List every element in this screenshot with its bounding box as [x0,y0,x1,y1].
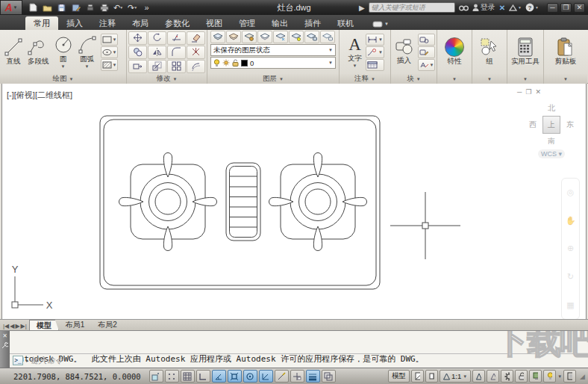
object-snap-tracking-toggle[interactable] [259,370,273,383]
insert-block-button[interactable]: 插入 [392,37,416,67]
dynamic-input-toggle[interactable] [290,370,304,383]
open-file-button[interactable] [41,1,54,13]
dimension-button[interactable]: ▼ [366,34,384,46]
create-block-button[interactable] [418,34,436,46]
tab-plugins[interactable]: 插件 [296,16,329,30]
signin-button[interactable]: 登录 [472,2,495,13]
stretch-button[interactable] [128,60,147,73]
panel-label-modify[interactable]: 修改▼ [127,74,207,84]
maximize-button[interactable]: ❐ [560,3,572,13]
save-button[interactable] [55,1,68,13]
block-attributes-button[interactable]: ▼ [418,59,436,71]
transparency-toggle[interactable] [322,370,336,383]
hatch-button[interactable]: ▼ [101,59,119,71]
layer-lock-button[interactable] [304,31,319,43]
offset-button[interactable] [187,60,205,73]
ortho-mode-toggle[interactable] [196,370,210,383]
panel-label-properties[interactable]: ▼ [437,74,472,84]
model-space-button[interactable]: 模型 [388,370,410,383]
layer-prev-button[interactable] [242,31,257,43]
layer-dropdown[interactable]: 0▼ [210,57,336,69]
copy-button[interactable] [128,46,147,59]
table-button[interactable] [366,59,384,71]
dynamic-ucs-toggle[interactable] [275,370,289,383]
tab-output[interactable]: 输出 [263,16,296,30]
panel-label-clipboard[interactable]: ▼ [544,74,587,84]
array-button[interactable] [167,60,186,73]
scale-button[interactable] [148,60,166,73]
circle-button[interactable]: 圆▼ [51,34,75,70]
layer-properties-button[interactable] [210,31,225,43]
leader-button[interactable]: ▼ [366,46,384,58]
command-input[interactable] [31,356,585,365]
exchange-apps-icon[interactable]: ✕ [499,4,505,12]
properties-button[interactable]: 特性 [442,36,466,68]
prev-tab-button[interactable]: ◀ [10,323,14,329]
next-tab-button[interactable]: ▶ [15,323,19,329]
panel-label-group[interactable]: ▼ [472,74,507,84]
command-recent-dropdown[interactable]: ▼ [25,358,28,363]
panel-label-draw[interactable]: 绘图▼ [0,74,126,84]
new-file-button[interactable] [27,1,40,13]
line-button[interactable]: 直线 [1,36,25,68]
panel-label-block[interactable]: 块▼ [391,74,437,84]
tab-parametric[interactable]: 参数化 [157,16,198,30]
grid-display-toggle[interactable] [181,370,195,383]
rectangle-button[interactable]: ▼ [101,34,119,46]
search-binoculars-icon[interactable] [459,4,469,11]
quick-view-drawings-button[interactable] [425,370,438,383]
app-menu-button[interactable]: A▼ [0,0,22,15]
autodesk360-icon[interactable]: ▼ [509,4,522,11]
move-button[interactable] [128,31,147,45]
help-search-input[interactable] [369,2,455,13]
tab-annotate[interactable]: 注释 [91,16,124,30]
tab-layout2[interactable]: 布局2 [91,320,124,330]
auto-annotation-scale-button[interactable] [487,370,499,383]
close-button[interactable]: ✕ [574,3,585,13]
layer-isolate-button[interactable] [257,31,272,43]
explode-button[interactable] [187,46,205,59]
text-button[interactable]: A 文字▼ [345,34,364,69]
lineweight-toggle[interactable] [306,370,320,383]
arc-button[interactable]: 圆弧▼ [75,34,99,70]
tab-home[interactable]: 常用 [25,16,58,30]
minimize-button[interactable]: ─ [547,3,558,13]
workspace-switching-button[interactable] [501,370,513,383]
layer-state-dropdown[interactable]: 未保存的图层状态▼ [210,44,336,56]
panel-label-utilities[interactable]: ▼ [507,74,543,84]
layer-match-button[interactable] [226,31,241,43]
toolbar-lock-button[interactable] [515,370,528,383]
layer-freeze-button[interactable] [273,31,288,43]
ribbon-minimize-button[interactable]: ▼ [372,18,389,30]
first-tab-button[interactable]: |◀ [3,323,9,329]
snap-mode-toggle[interactable] [165,370,179,383]
tab-model[interactable]: 模型 [29,320,59,330]
rotate-button[interactable] [148,31,166,45]
erase-button[interactable] [187,31,205,45]
fillet-button[interactable] [167,46,186,59]
print-button[interactable] [98,1,110,13]
infocenter-arrow-icon[interactable]: ▶ [359,4,365,12]
panel-label-annotation[interactable]: 注释▼ [340,74,390,84]
isolate-objects-button[interactable] [543,370,556,383]
qat-more-button[interactable]: » [140,1,153,13]
polyline-button[interactable]: 多段线 [25,36,51,68]
layer-off-button[interactable] [289,31,304,43]
command-chevron-icon[interactable]: >_ [13,356,23,365]
save-as-button[interactable] [69,1,82,13]
drawing-canvas[interactable]: [-][俯视][二维线框] ─ ❐ ✕ 北 西 上 东 南 WCS ▾ ◎ ✋ … [1,84,587,319]
utilities-button[interactable]: 实用工具 [509,36,542,68]
quick-view-layouts-button[interactable] [411,370,424,383]
tab-online[interactable]: 联机 [329,16,362,30]
tab-manage[interactable]: 管理 [231,16,263,30]
tab-layout1[interactable]: 布局1 [59,320,92,330]
3d-object-snap-toggle[interactable] [243,370,257,383]
annotation-scale-button[interactable]: 1:1▼ [440,370,471,383]
status-menu-dropdown[interactable]: ▼ [557,374,562,379]
ellipse-button[interactable]: ▼ [101,46,119,58]
last-tab-button[interactable]: ▶| [21,323,27,329]
resize-grip[interactable]: ◢ [578,373,585,380]
tab-view[interactable]: 视图 [198,16,231,30]
command-history[interactable]: Autodesk DWG。 此文件上次由 Autodesk 应用程序或 Auto… [10,331,588,368]
hardware-acceleration-button[interactable] [529,370,542,383]
